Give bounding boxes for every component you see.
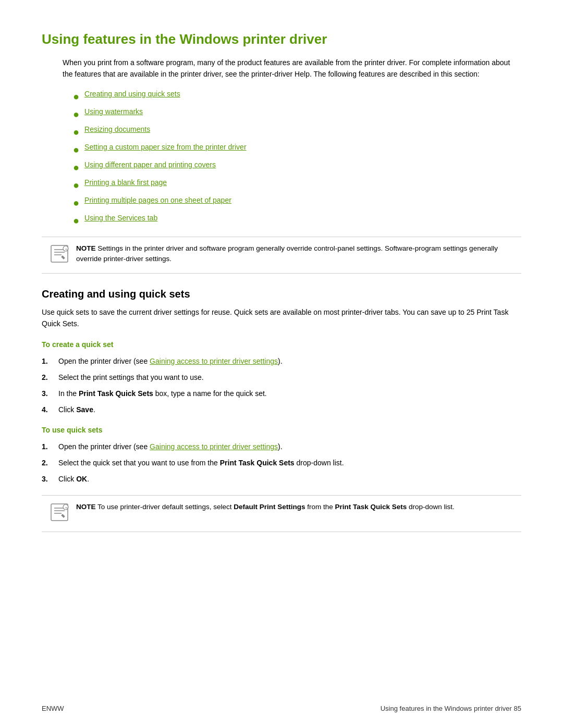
bullet-icon: ● (73, 214, 79, 227)
list-item: ● Printing multiple pages on one sheet o… (73, 196, 521, 209)
step-text: Click OK. (58, 474, 89, 485)
bullet-icon: ● (73, 178, 79, 192)
note-box-1: ✏ NOTE Settings in the printer driver an… (42, 237, 521, 274)
step-num: 2. (42, 372, 58, 383)
list-item: ● Resizing documents (73, 125, 521, 139)
note-content-2: NOTE To use printer-driver default setti… (76, 502, 455, 512)
list-item: ● Using different paper and printing cov… (73, 161, 521, 174)
section1-title: Creating and using quick sets (42, 288, 521, 300)
step-text: Select the quick set that you want to us… (58, 458, 344, 468)
note-text-1: Settings in the printer driver and softw… (76, 244, 498, 263)
note-icon-1: ✏ (50, 244, 69, 267)
page-title: Using features in the Windows printer dr… (42, 31, 521, 47)
step-item: 1. Open the printer driver (see Gaining … (42, 356, 521, 367)
toc-link-8[interactable]: Using the Services tab (84, 214, 157, 222)
svg-text:✏: ✏ (65, 247, 68, 251)
note-content-1: NOTE Settings in the printer driver and … (76, 243, 513, 265)
step-num: 2. (42, 458, 58, 468)
page-container: Using features in the Windows printer dr… (0, 0, 563, 588)
step-item: 3. Click OK. (42, 474, 521, 485)
create-quickset-steps: 1. Open the printer driver (see Gaining … (42, 356, 521, 415)
step-text: In the Print Task Quick Sets box, type a… (58, 388, 267, 399)
footer-right-text: Using features in the Windows printer dr… (381, 705, 512, 712)
svg-text:✏: ✏ (65, 505, 68, 509)
toc-link-3[interactable]: Resizing documents (84, 125, 150, 133)
step-text: Click Save. (58, 404, 95, 415)
step-item: 2. Select the print settings that you wa… (42, 372, 521, 383)
step-link[interactable]: Gaining access to printer driver setting… (150, 442, 278, 451)
step-num: 1. (42, 356, 58, 367)
list-item: ● Creating and using quick sets (73, 90, 521, 103)
note-text-2: To use printer-driver default settings, … (97, 503, 455, 511)
toc-link-4[interactable]: Setting a custom paper size from the pri… (84, 143, 246, 151)
note-label-2: NOTE (76, 503, 96, 511)
bullet-icon: ● (73, 125, 79, 139)
bullet-icon: ● (73, 143, 79, 156)
list-item: ● Setting a custom paper size from the p… (73, 143, 521, 156)
step-item: 4. Click Save. (42, 404, 521, 415)
footer-right: Using features in the Windows printer dr… (381, 705, 521, 712)
step-num: 3. (42, 388, 58, 399)
toc-link-1[interactable]: Creating and using quick sets (84, 90, 180, 98)
subsection1-title: To create a quick set (42, 340, 521, 349)
footer-page-number: 85 (514, 705, 521, 712)
bullet-icon: ● (73, 107, 79, 121)
step-text: Open the printer driver (see Gaining acc… (58, 356, 283, 367)
step-num: 1. (42, 441, 58, 452)
step-num: 4. (42, 404, 58, 415)
step-text: Select the print settings that you want … (58, 372, 204, 383)
toc-link-5[interactable]: Using different paper and printing cover… (84, 161, 216, 169)
toc-link-6[interactable]: Printing a blank first page (84, 178, 167, 187)
page-footer: ENWW Using features in the Windows print… (42, 705, 521, 712)
list-item: ● Using watermarks (73, 107, 521, 121)
footer-left: ENWW (42, 705, 64, 712)
toc-link-2[interactable]: Using watermarks (84, 107, 143, 116)
step-item: 1. Open the printer driver (see Gaining … (42, 441, 521, 452)
use-quickset-steps: 1. Open the printer driver (see Gaining … (42, 441, 521, 485)
bullet-icon: ● (73, 196, 79, 209)
section1-intro: Use quick sets to save the current drive… (42, 306, 521, 330)
note-icon-2: ✏ (50, 503, 69, 525)
list-item: ● Printing a blank first page (73, 178, 521, 192)
intro-paragraph: When you print from a software program, … (63, 57, 521, 80)
step-item: 3. In the Print Task Quick Sets box, typ… (42, 388, 521, 399)
toc-link-7[interactable]: Printing multiple pages on one sheet of … (84, 196, 231, 204)
step-num: 3. (42, 474, 58, 485)
note-label-1: NOTE (76, 244, 96, 252)
step-link[interactable]: Gaining access to printer driver setting… (150, 357, 278, 365)
bullet-icon: ● (73, 90, 79, 103)
step-item: 2. Select the quick set that you want to… (42, 458, 521, 468)
bullet-icon: ● (73, 161, 79, 174)
step-text: Open the printer driver (see Gaining acc… (58, 441, 283, 452)
toc-list: ● Creating and using quick sets ● Using … (73, 90, 521, 227)
note-box-2: ✏ NOTE To use printer-driver default set… (42, 495, 521, 532)
subsection2-title: To use quick sets (42, 426, 521, 434)
list-item: ● Using the Services tab (73, 214, 521, 227)
